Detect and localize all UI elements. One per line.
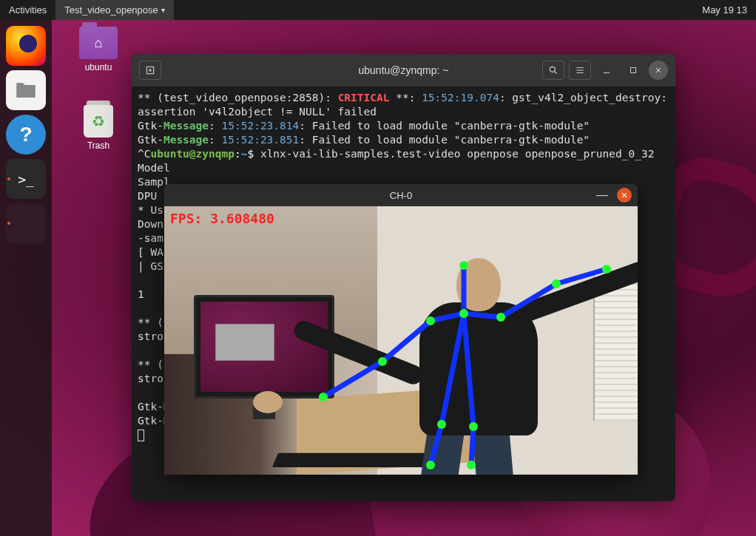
dock-firefox-icon[interactable] [6, 26, 46, 66]
term-text: Gtk- [138, 134, 163, 146]
trash-icon: ♻ [84, 105, 113, 138]
video-window[interactable]: CH-0 — [164, 184, 638, 475]
terminal-titlebar[interactable]: ubuntu@zynqmp: ~ [132, 54, 675, 86]
term-time: 15:52:23.814 [222, 120, 300, 132]
term-text: 1 [138, 288, 144, 300]
term-time: 15:52:23.851 [222, 134, 300, 146]
recycle-icon: ♻ [92, 112, 105, 130]
video-titlebar[interactable]: CH-0 — [164, 184, 638, 206]
term-text: Model [138, 162, 170, 174]
search-button[interactable] [542, 61, 564, 80]
window-title: CH-0 [390, 190, 412, 201]
term-text: : [209, 134, 221, 146]
fps-overlay: FPS: 3.608480 [170, 211, 274, 226]
term-time: 15:52:19.074 [422, 92, 499, 104]
app-menu-label: Test_video_openpose [64, 4, 158, 16]
close-icon [621, 191, 628, 199]
desktop-icon-label: Trash [72, 140, 124, 151]
term-message: Message [163, 134, 209, 146]
term-text: : [209, 120, 221, 132]
term-text: : Failed to load module "canberra-gtk-mo… [299, 120, 590, 132]
desktop-icon-label: ubuntu [72, 62, 124, 72]
term-command: xlnx-vai-lib-samples.test-video openpose… [260, 148, 655, 160]
term-interrupt: ^C [138, 148, 150, 160]
chevron-down-icon: ▾ [161, 6, 165, 14]
term-text: $ [247, 148, 260, 160]
video-frame: FPS: 3.608480 [164, 206, 638, 475]
minimize-icon [601, 65, 612, 75]
running-indicator-icon [7, 177, 10, 180]
term-message: Message [163, 120, 209, 132]
app-menu-button[interactable]: Test_video_openpose ▾ [55, 0, 174, 20]
dock-terminal-icon[interactable]: >_ [6, 159, 46, 199]
dock-app-icon[interactable] [6, 203, 46, 243]
menu-button[interactable] [569, 61, 591, 80]
term-text: : Failed to load module "canberra-gtk-mo… [299, 134, 590, 146]
search-icon [548, 65, 558, 75]
desktop-trash[interactable]: ♻ Trash [72, 105, 124, 151]
maximize-icon [629, 66, 638, 75]
activities-button[interactable]: Activities [0, 0, 55, 20]
new-tab-icon [145, 65, 155, 75]
minimize-button[interactable]: — [596, 189, 608, 202]
term-user: ubuntu@zynqmp [150, 148, 234, 160]
scene-background [164, 206, 638, 475]
dock-help-icon[interactable]: ? [6, 115, 46, 155]
svg-rect-2 [631, 68, 636, 73]
term-text: **: [389, 92, 422, 104]
folder-icon: ⌂ [79, 27, 118, 59]
close-icon [654, 66, 663, 75]
hamburger-icon [575, 65, 585, 75]
terminal-cursor [138, 430, 144, 441]
close-button[interactable] [649, 61, 668, 80]
term-text: Gtk- [138, 120, 163, 132]
running-indicator-icon [7, 222, 10, 225]
term-critical: CRITICAL [338, 92, 390, 104]
close-button[interactable] [617, 188, 632, 203]
svg-point-1 [550, 67, 555, 72]
gnome-top-bar: Activities Test_video_openpose ▾ May 19 … [0, 0, 756, 20]
folder-icon [13, 78, 38, 103]
terminal-prompt-icon: >_ [18, 172, 34, 187]
dock-files-icon[interactable] [6, 70, 46, 110]
minimize-button[interactable] [595, 61, 618, 80]
desktop-home-folder[interactable]: ⌂ ubuntu [72, 27, 124, 72]
term-text: : [234, 148, 241, 160]
maximize-button[interactable] [622, 61, 644, 80]
term-text: ** (test_video_openpose:2858): [138, 92, 338, 104]
dock: ? >_ [0, 20, 52, 536]
home-icon: ⌂ [95, 35, 103, 51]
new-tab-button[interactable] [139, 61, 161, 80]
clock-button[interactable]: May 19 13 [693, 0, 756, 20]
